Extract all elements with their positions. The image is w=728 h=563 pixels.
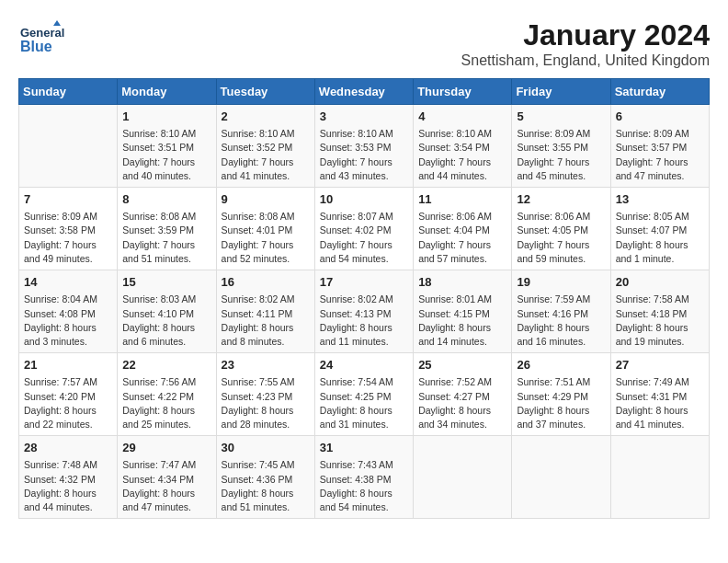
day-number: 16	[222, 274, 310, 291]
svg-text:General: General	[20, 26, 64, 40]
day-number: 7	[24, 191, 112, 208]
day-info: Sunrise: 7:51 AM Sunset: 4:29 PM Dayligh…	[517, 375, 605, 431]
day-info: Sunrise: 8:09 AM Sunset: 3:55 PM Dayligh…	[517, 127, 605, 183]
day-info: Sunrise: 8:02 AM Sunset: 4:11 PM Dayligh…	[222, 293, 310, 349]
day-number: 27	[616, 357, 704, 373]
day-number: 4	[418, 109, 506, 125]
day-info: Sunrise: 8:04 AM Sunset: 4:08 PM Dayligh…	[24, 293, 112, 349]
day-number: 22	[122, 357, 210, 373]
calendar-cell: 1Sunrise: 8:10 AM Sunset: 3:51 PM Daylig…	[118, 105, 216, 188]
calendar-cell	[414, 436, 512, 519]
day-number: 18	[418, 274, 506, 291]
day-number: 13	[616, 191, 704, 208]
day-info: Sunrise: 7:55 AM Sunset: 4:23 PM Dayligh…	[222, 375, 310, 431]
day-info: Sunrise: 8:08 AM Sunset: 4:01 PM Dayligh…	[222, 210, 310, 266]
day-number: 24	[320, 357, 408, 373]
day-info: Sunrise: 8:06 AM Sunset: 4:04 PM Dayligh…	[418, 210, 506, 266]
calendar-cell	[610, 436, 709, 519]
day-number: 11	[418, 191, 506, 208]
day-header: Saturday	[610, 79, 709, 105]
day-number: 17	[320, 274, 408, 291]
day-number: 12	[517, 191, 605, 208]
day-number: 21	[24, 357, 112, 373]
day-info: Sunrise: 7:47 AM Sunset: 4:34 PM Dayligh…	[122, 458, 210, 514]
day-info: Sunrise: 8:06 AM Sunset: 4:05 PM Dayligh…	[517, 210, 605, 266]
calendar-week-row: 1Sunrise: 8:10 AM Sunset: 3:51 PM Daylig…	[19, 105, 710, 188]
day-header: Sunday	[19, 79, 118, 105]
day-info: Sunrise: 7:56 AM Sunset: 4:22 PM Dayligh…	[122, 375, 210, 431]
svg-marker-2	[53, 20, 61, 26]
calendar-table: SundayMondayTuesdayWednesdayThursdayFrid…	[18, 78, 710, 519]
day-number: 9	[222, 191, 310, 208]
calendar-cell: 6Sunrise: 8:09 AM Sunset: 3:57 PM Daylig…	[610, 105, 709, 188]
day-header: Friday	[512, 79, 610, 105]
calendar-cell: 15Sunrise: 8:03 AM Sunset: 4:10 PM Dayli…	[118, 270, 216, 353]
logo: General Blue	[18, 18, 64, 60]
day-header: Thursday	[414, 79, 512, 105]
day-number: 19	[517, 274, 605, 291]
calendar-cell: 11Sunrise: 8:06 AM Sunset: 4:04 PM Dayli…	[414, 188, 512, 270]
logo-icon: General Blue	[18, 18, 64, 60]
calendar-cell: 22Sunrise: 7:56 AM Sunset: 4:22 PM Dayli…	[118, 353, 216, 436]
day-number: 15	[122, 274, 210, 291]
day-number: 5	[517, 109, 605, 125]
calendar-cell: 24Sunrise: 7:54 AM Sunset: 4:25 PM Dayli…	[314, 353, 413, 436]
day-info: Sunrise: 8:01 AM Sunset: 4:15 PM Dayligh…	[418, 293, 506, 349]
calendar-cell: 17Sunrise: 8:02 AM Sunset: 4:13 PM Dayli…	[314, 270, 413, 353]
page-header: General Blue January 2024 Snettisham, En…	[18, 18, 710, 69]
calendar-cell: 3Sunrise: 8:10 AM Sunset: 3:53 PM Daylig…	[314, 105, 413, 188]
day-info: Sunrise: 7:49 AM Sunset: 4:31 PM Dayligh…	[616, 375, 704, 431]
calendar-cell	[19, 105, 118, 188]
calendar-week-row: 14Sunrise: 8:04 AM Sunset: 4:08 PM Dayli…	[19, 270, 710, 353]
day-number: 6	[616, 109, 704, 125]
calendar-cell: 8Sunrise: 8:08 AM Sunset: 3:59 PM Daylig…	[118, 188, 216, 270]
day-info: Sunrise: 8:09 AM Sunset: 3:57 PM Dayligh…	[616, 127, 704, 183]
day-number: 10	[320, 191, 408, 208]
day-number: 31	[320, 440, 408, 456]
day-info: Sunrise: 7:48 AM Sunset: 4:32 PM Dayligh…	[24, 458, 112, 514]
day-number: 8	[122, 191, 210, 208]
calendar-cell: 26Sunrise: 7:51 AM Sunset: 4:29 PM Dayli…	[512, 353, 610, 436]
day-info: Sunrise: 7:59 AM Sunset: 4:16 PM Dayligh…	[517, 293, 605, 349]
title-area: January 2024 Snettisham, England, United…	[461, 18, 710, 69]
day-info: Sunrise: 8:10 AM Sunset: 3:51 PM Dayligh…	[122, 127, 210, 183]
day-info: Sunrise: 7:45 AM Sunset: 4:36 PM Dayligh…	[222, 458, 310, 514]
calendar-cell: 21Sunrise: 7:57 AM Sunset: 4:20 PM Dayli…	[19, 353, 118, 436]
calendar-cell: 25Sunrise: 7:52 AM Sunset: 4:27 PM Dayli…	[414, 353, 512, 436]
calendar-cell: 10Sunrise: 8:07 AM Sunset: 4:02 PM Dayli…	[314, 188, 413, 270]
calendar-cell: 7Sunrise: 8:09 AM Sunset: 3:58 PM Daylig…	[19, 188, 118, 270]
day-info: Sunrise: 8:08 AM Sunset: 3:59 PM Dayligh…	[122, 210, 210, 266]
calendar-cell: 14Sunrise: 8:04 AM Sunset: 4:08 PM Dayli…	[19, 270, 118, 353]
calendar-cell: 5Sunrise: 8:09 AM Sunset: 3:55 PM Daylig…	[512, 105, 610, 188]
calendar-cell: 16Sunrise: 8:02 AM Sunset: 4:11 PM Dayli…	[216, 270, 314, 353]
day-number: 26	[517, 357, 605, 373]
calendar-cell: 2Sunrise: 8:10 AM Sunset: 3:52 PM Daylig…	[216, 105, 314, 188]
day-number: 29	[122, 440, 210, 456]
calendar-week-row: 28Sunrise: 7:48 AM Sunset: 4:32 PM Dayli…	[19, 436, 710, 519]
day-info: Sunrise: 8:10 AM Sunset: 3:52 PM Dayligh…	[222, 127, 310, 183]
day-number: 14	[24, 274, 112, 291]
day-number: 2	[222, 109, 310, 125]
day-number: 1	[122, 109, 210, 125]
day-number: 25	[418, 357, 506, 373]
calendar-cell: 23Sunrise: 7:55 AM Sunset: 4:23 PM Dayli…	[216, 353, 314, 436]
day-info: Sunrise: 7:58 AM Sunset: 4:18 PM Dayligh…	[616, 293, 704, 349]
day-header: Tuesday	[216, 79, 314, 105]
calendar-cell: 28Sunrise: 7:48 AM Sunset: 4:32 PM Dayli…	[19, 436, 118, 519]
calendar-cell: 30Sunrise: 7:45 AM Sunset: 4:36 PM Dayli…	[216, 436, 314, 519]
day-number: 30	[222, 440, 310, 456]
day-header: Monday	[118, 79, 216, 105]
calendar-week-row: 7Sunrise: 8:09 AM Sunset: 3:58 PM Daylig…	[19, 188, 710, 270]
day-info: Sunrise: 7:57 AM Sunset: 4:20 PM Dayligh…	[24, 375, 112, 431]
calendar-cell: 4Sunrise: 8:10 AM Sunset: 3:54 PM Daylig…	[414, 105, 512, 188]
calendar-cell: 9Sunrise: 8:08 AM Sunset: 4:01 PM Daylig…	[216, 188, 314, 270]
calendar-cell: 29Sunrise: 7:47 AM Sunset: 4:34 PM Dayli…	[118, 436, 216, 519]
calendar-cell: 19Sunrise: 7:59 AM Sunset: 4:16 PM Dayli…	[512, 270, 610, 353]
day-info: Sunrise: 8:03 AM Sunset: 4:10 PM Dayligh…	[122, 293, 210, 349]
day-info: Sunrise: 7:43 AM Sunset: 4:38 PM Dayligh…	[320, 458, 408, 514]
day-info: Sunrise: 7:52 AM Sunset: 4:27 PM Dayligh…	[418, 375, 506, 431]
day-info: Sunrise: 8:09 AM Sunset: 3:58 PM Dayligh…	[24, 210, 112, 266]
calendar-cell: 18Sunrise: 8:01 AM Sunset: 4:15 PM Dayli…	[414, 270, 512, 353]
day-number: 23	[222, 357, 310, 373]
svg-text:Blue: Blue	[20, 39, 52, 54]
